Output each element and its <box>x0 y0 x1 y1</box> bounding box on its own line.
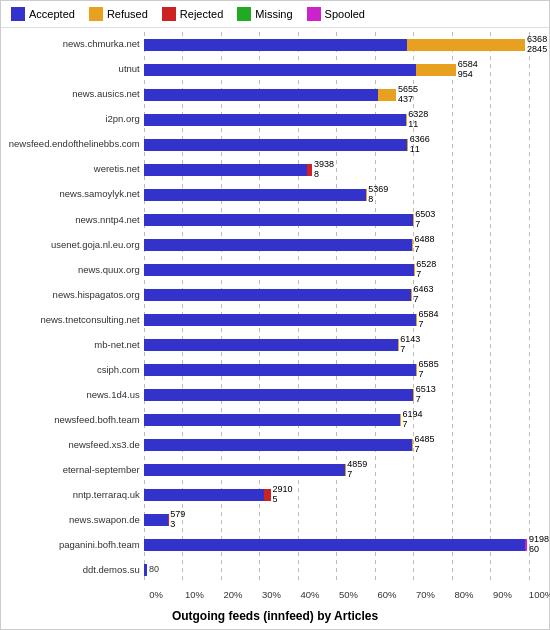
y-label-0: news.chmurka.net <box>1 39 140 49</box>
bar-segment-accepted-1 <box>144 64 417 76</box>
bar-row-11: 65847 <box>144 312 549 328</box>
legend-color-spooled <box>307 7 321 21</box>
bar-value-label-12: 61437 <box>400 335 420 355</box>
legend-item-spooled: Spooled <box>307 7 365 21</box>
x-tick-6: 60% <box>377 589 396 600</box>
bar-value-label-21: 80 <box>149 565 159 575</box>
bar-segment-accepted-12 <box>144 339 398 351</box>
bar-stack-13 <box>144 364 417 376</box>
bar-value-label-11: 65847 <box>419 310 439 330</box>
bar-stack-18 <box>144 489 271 501</box>
bar-segment-accepted-5 <box>144 164 307 176</box>
bar-segment-accepted-17 <box>144 464 345 476</box>
bar-row-9: 65287 <box>144 262 549 278</box>
x-tick-2: 20% <box>223 589 242 600</box>
bar-row-7: 65037 <box>144 212 549 228</box>
bar-row-17: 48597 <box>144 462 549 478</box>
bar-segment-refused-1 <box>416 64 455 76</box>
bar-segment-refused-2 <box>378 89 396 101</box>
bar-row-0: 63682845 <box>144 37 549 53</box>
x-tick-3: 30% <box>262 589 281 600</box>
bar-row-8: 64887 <box>144 237 549 253</box>
bar-value-label-19: 5793 <box>170 510 185 530</box>
bar-stack-7 <box>144 214 413 226</box>
bar-segment-rejected-18 <box>264 489 270 501</box>
legend-item-missing: Missing <box>237 7 292 21</box>
bar-value-label-14: 65137 <box>416 385 436 405</box>
y-label-1: utnut <box>1 64 140 74</box>
bar-value-label-9: 65287 <box>416 260 436 280</box>
legend-color-missing <box>237 7 251 21</box>
bar-segment-accepted-2 <box>144 89 378 101</box>
bar-row-19: 5793 <box>144 512 549 528</box>
bar-value-label-18: 29105 <box>273 485 293 505</box>
bar-row-12: 61437 <box>144 337 549 353</box>
bar-row-1: 6584954 <box>144 62 549 78</box>
legend-label-accepted: Accepted <box>29 8 75 20</box>
y-label-4: newsfeed.endofthelinebbs.com <box>1 139 140 149</box>
bar-row-6: 53698 <box>144 187 549 203</box>
legend-item-accepted: Accepted <box>11 7 75 21</box>
bar-value-label-3: 632811 <box>408 110 428 130</box>
bar-row-10: 64637 <box>144 287 549 303</box>
bar-segment-accepted-21 <box>144 564 147 576</box>
bar-row-4: 636611 <box>144 137 549 153</box>
bar-stack-11 <box>144 314 417 326</box>
bar-row-20: 919860 <box>144 537 549 553</box>
bar-value-label-4: 636611 <box>410 135 430 155</box>
bar-segment-accepted-19 <box>144 514 168 526</box>
bar-segment-accepted-13 <box>144 364 417 376</box>
legend-item-rejected: Rejected <box>162 7 223 21</box>
bar-stack-16 <box>144 439 413 451</box>
y-label-12: mb-net.net <box>1 340 140 350</box>
bar-stack-8 <box>144 239 413 251</box>
chart-area: news.chmurka.netutnutnews.ausics.neti2pn… <box>1 28 549 587</box>
bar-row-16: 64857 <box>144 437 549 453</box>
bar-segment-accepted-20 <box>144 539 525 551</box>
bar-stack-9 <box>144 264 415 276</box>
bar-segment-refused-0 <box>407 39 525 51</box>
bar-row-14: 65137 <box>144 387 549 403</box>
y-label-11: news.tnetconsulting.net <box>1 315 140 325</box>
bar-stack-17 <box>144 464 345 476</box>
bar-segment-accepted-8 <box>144 239 413 251</box>
bar-value-label-17: 48597 <box>347 460 367 480</box>
y-label-9: news.quux.org <box>1 265 140 275</box>
bar-segment-accepted-6 <box>144 189 366 201</box>
bar-segment-accepted-18 <box>144 489 264 501</box>
y-label-3: i2pn.org <box>1 114 140 124</box>
legend-color-rejected <box>162 7 176 21</box>
legend: AcceptedRefusedRejectedMissingSpooled <box>1 1 549 28</box>
bar-stack-12 <box>144 339 399 351</box>
y-label-20: paganini.bofh.team <box>1 540 140 550</box>
bar-row-15: 61947 <box>144 412 549 428</box>
bar-stack-4 <box>144 139 408 151</box>
x-tick-4: 40% <box>300 589 319 600</box>
bar-stack-3 <box>144 114 406 126</box>
x-tick-9: 90% <box>493 589 512 600</box>
y-label-7: news.nntp4.net <box>1 215 140 225</box>
y-label-13: csiph.com <box>1 365 140 375</box>
bar-segment-accepted-10 <box>144 289 412 301</box>
bar-stack-5 <box>144 164 312 176</box>
bar-stack-14 <box>144 389 414 401</box>
bar-value-label-6: 53698 <box>368 185 388 205</box>
bar-row-5: 39388 <box>144 162 549 178</box>
bar-value-label-7: 65037 <box>415 210 435 230</box>
y-label-14: news.1d4.us <box>1 390 140 400</box>
bar-value-label-16: 64857 <box>414 435 434 455</box>
bar-segment-accepted-0 <box>144 39 408 51</box>
x-tick-10: 100% <box>529 589 550 600</box>
bar-value-label-13: 65857 <box>419 360 439 380</box>
bar-segment-spooled-20 <box>525 539 527 551</box>
x-tick-5: 50% <box>339 589 358 600</box>
bar-value-label-0: 63682845 <box>527 35 547 55</box>
bar-segment-accepted-7 <box>144 214 413 226</box>
legend-item-refused: Refused <box>89 7 148 21</box>
bar-stack-10 <box>144 289 412 301</box>
bar-stack-6 <box>144 189 367 201</box>
chart-container: AcceptedRefusedRejectedMissingSpooled ne… <box>0 0 550 630</box>
bar-stack-21 <box>144 564 147 576</box>
y-labels: news.chmurka.netutnutnews.ausics.neti2pn… <box>1 32 144 583</box>
y-label-19: news.swapon.de <box>1 515 140 525</box>
